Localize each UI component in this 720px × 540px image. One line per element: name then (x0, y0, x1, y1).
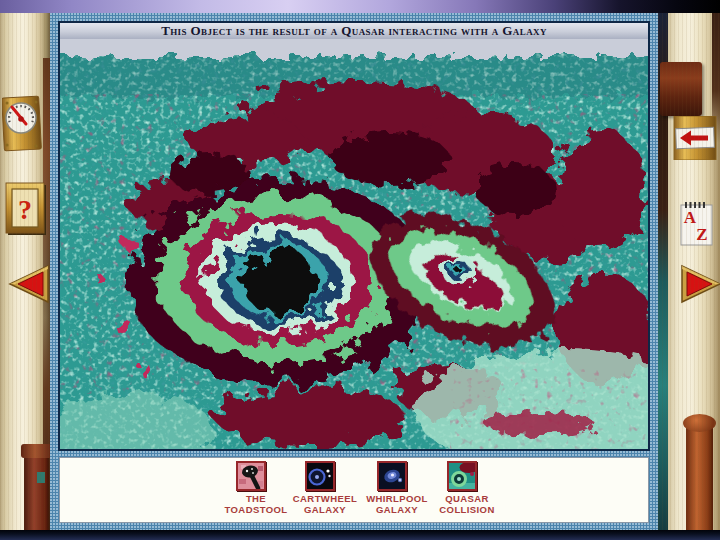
quasar-collision-image (60, 39, 648, 449)
quasar-collision-thumbnail-icon (449, 463, 475, 489)
arrow-right-icon (680, 263, 720, 305)
question-mark-icon: ? (5, 182, 47, 236)
next-page-button[interactable] (680, 263, 720, 305)
right-wood-rail: A Z (658, 13, 720, 530)
svg-text:?: ? (18, 194, 32, 225)
app-window: ? (0, 0, 720, 540)
thumbnail-the-toadstool[interactable] (236, 461, 266, 491)
image-viewport: This Object is the result of a Quasar in… (58, 21, 650, 451)
left-rail-bottom-post (24, 444, 49, 530)
svg-text:Z: Z (696, 225, 707, 244)
caption-bar: This Object is the result of a Quasar in… (60, 23, 648, 39)
thumbnail-strip: THETOADSTOOL CARTWHEELGALAXY WHIRLPOOLGA… (59, 457, 649, 523)
az-index-button[interactable]: A Z (680, 201, 714, 247)
help-button[interactable]: ? (5, 182, 47, 236)
toadstool-thumbnail-icon (238, 463, 264, 489)
return-button[interactable] (672, 116, 718, 160)
return-arrow-icon (672, 116, 718, 160)
left-wood-rail: ? (0, 13, 50, 530)
gauge-button[interactable] (2, 94, 42, 152)
content-frame: This Object is the result of a Quasar in… (50, 13, 658, 530)
az-index-icon: A Z (680, 201, 714, 247)
right-rail-bottom-post (686, 420, 713, 530)
thumbnail-whirlpool-galaxy[interactable] (377, 461, 407, 491)
thumbnail-label-quasar-collision: QUASARCOLLISION (422, 493, 512, 515)
gauge-icon (2, 94, 42, 152)
thumbnail-cartwheel-galaxy[interactable] (305, 461, 335, 491)
svg-text:A: A (684, 208, 697, 227)
previous-page-button[interactable] (6, 263, 50, 305)
wood-beam (660, 62, 702, 116)
top-gradient-bar (0, 0, 720, 13)
bottom-navy-bar (0, 530, 720, 540)
cartwheel-galaxy-thumbnail-icon (307, 463, 333, 489)
arrow-left-icon (6, 263, 50, 305)
whirlpool-galaxy-thumbnail-icon (379, 463, 405, 489)
thumbnail-quasar-collision[interactable] (447, 461, 477, 491)
